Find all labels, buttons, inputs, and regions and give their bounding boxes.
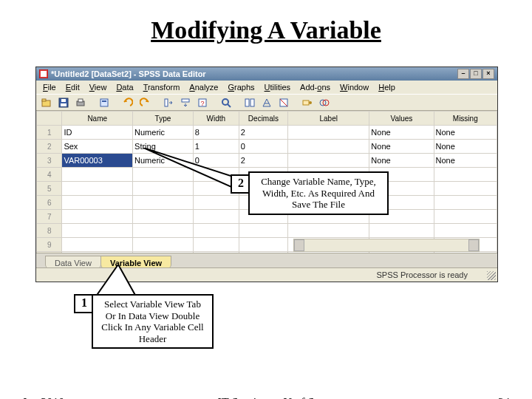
undo-icon[interactable] bbox=[120, 95, 135, 110]
row-head[interactable]: 9 bbox=[37, 238, 62, 252]
menu-window[interactable]: Window bbox=[336, 81, 375, 93]
col-header-type[interactable]: Type bbox=[133, 112, 194, 126]
cell-values[interactable]: None bbox=[369, 140, 434, 154]
svg-point-17 bbox=[222, 99, 228, 105]
cell-values[interactable]: None bbox=[369, 126, 434, 140]
callout-1-text: Select Variable View Tab Or In Data View… bbox=[92, 294, 214, 349]
menu-file[interactable]: File bbox=[39, 81, 62, 93]
table-row[interactable]: 1 ID Numeric 8 2 None None bbox=[37, 126, 497, 140]
select-cases-icon[interactable] bbox=[276, 95, 291, 110]
tabstrip: Data View Variable View bbox=[36, 253, 497, 268]
table-row[interactable]: 8 bbox=[37, 224, 497, 238]
dialog-recall-icon[interactable] bbox=[97, 95, 112, 110]
cell-name[interactable]: Sex bbox=[62, 140, 133, 154]
menu-transform[interactable]: Transform bbox=[140, 81, 186, 93]
use-sets-icon[interactable] bbox=[317, 95, 332, 110]
svg-rect-6 bbox=[61, 99, 66, 102]
cell-label[interactable] bbox=[288, 154, 369, 168]
cell-type[interactable]: String bbox=[133, 140, 194, 154]
svg-rect-9 bbox=[100, 99, 108, 106]
tab-data-view[interactable]: Data View bbox=[45, 256, 101, 268]
row-head[interactable]: 1 bbox=[37, 126, 62, 140]
svg-rect-8 bbox=[78, 99, 83, 102]
menu-addons[interactable]: Add-ons bbox=[296, 81, 336, 93]
col-header-decimals[interactable]: Decimals bbox=[239, 112, 287, 126]
footer-center: IT Services—U of S bbox=[0, 396, 532, 399]
row-head[interactable]: 7 bbox=[37, 210, 62, 224]
cell-type[interactable]: Numeric bbox=[133, 126, 194, 140]
menu-edit[interactable]: Edit bbox=[62, 81, 86, 93]
row-head[interactable]: 2 bbox=[37, 140, 62, 154]
cell-width[interactable]: 8 bbox=[193, 126, 239, 140]
variables-icon[interactable]: ? bbox=[195, 95, 210, 110]
col-header-label[interactable]: Label bbox=[288, 112, 369, 126]
weight-cases-icon[interactable] bbox=[259, 95, 274, 110]
svg-point-25 bbox=[309, 101, 312, 104]
corner-cell bbox=[37, 112, 62, 126]
cell-label[interactable] bbox=[288, 140, 369, 154]
toolbar: ? bbox=[36, 94, 497, 112]
print-icon[interactable] bbox=[73, 95, 88, 110]
table-row[interactable]: 3 VAR00003 Numeric 0 2 None None bbox=[37, 154, 497, 168]
cell-name-selected[interactable]: VAR00003 bbox=[62, 154, 133, 168]
svg-rect-14 bbox=[182, 99, 189, 102]
row-head[interactable]: 6 bbox=[37, 196, 62, 210]
resize-grip-icon[interactable] bbox=[487, 271, 496, 280]
cell-values[interactable]: None bbox=[369, 154, 434, 168]
svg-rect-24 bbox=[303, 100, 309, 105]
svg-rect-20 bbox=[250, 99, 254, 106]
callout-2-text: Change Variable Name, Type, Width, Etc. … bbox=[248, 171, 389, 215]
spss-icon bbox=[39, 69, 48, 78]
split-file-icon[interactable] bbox=[242, 95, 257, 110]
menu-utilities[interactable]: Utilities bbox=[261, 81, 296, 93]
cell-label[interactable] bbox=[288, 126, 369, 140]
goto-case-icon[interactable] bbox=[161, 95, 176, 110]
svg-rect-19 bbox=[245, 99, 249, 106]
cell-missing[interactable]: None bbox=[434, 154, 497, 168]
menu-data[interactable]: Data bbox=[112, 81, 139, 93]
svg-rect-10 bbox=[102, 100, 106, 102]
svg-rect-1 bbox=[41, 71, 47, 77]
menu-help[interactable]: Help bbox=[375, 81, 401, 93]
window-title: *Untitled2 [DataSet2] - SPSS Data Editor bbox=[51, 69, 206, 78]
cell-width[interactable]: 0 bbox=[193, 154, 239, 168]
col-header-missing[interactable]: Missing bbox=[434, 112, 497, 126]
tab-variable-view[interactable]: Variable View bbox=[100, 256, 171, 268]
col-header-width[interactable]: Width bbox=[193, 112, 239, 126]
cell-missing[interactable]: None bbox=[434, 126, 497, 140]
svg-line-18 bbox=[228, 104, 231, 107]
cell-decimals[interactable]: 2 bbox=[239, 154, 287, 168]
cell-missing[interactable]: None bbox=[434, 140, 497, 154]
row-head[interactable]: 5 bbox=[37, 182, 62, 196]
row-head[interactable]: 3 bbox=[37, 154, 62, 168]
row-head[interactable]: 8 bbox=[37, 224, 62, 238]
minimize-button[interactable]: – bbox=[457, 69, 469, 79]
save-icon[interactable] bbox=[56, 95, 71, 110]
cell-width[interactable]: 1 bbox=[193, 140, 239, 154]
horizontal-scrollbar[interactable] bbox=[293, 239, 480, 252]
svg-rect-5 bbox=[61, 103, 66, 106]
col-header-name[interactable]: Name bbox=[62, 112, 133, 126]
open-icon[interactable] bbox=[39, 95, 54, 110]
value-labels-icon[interactable] bbox=[300, 95, 315, 110]
find-icon[interactable] bbox=[219, 95, 233, 110]
slide-title: Modifying A Variable bbox=[0, 16, 532, 44]
redo-icon[interactable] bbox=[137, 95, 152, 110]
menu-graphs[interactable]: Graphs bbox=[224, 81, 260, 93]
cell-decimals[interactable]: 0 bbox=[239, 140, 287, 154]
cell-type[interactable]: Numeric bbox=[133, 154, 194, 168]
goto-variable-icon[interactable] bbox=[178, 95, 193, 110]
cell-decimals[interactable]: 2 bbox=[239, 126, 287, 140]
col-header-values[interactable]: Values bbox=[369, 112, 434, 126]
maximize-button[interactable]: □ bbox=[470, 69, 482, 79]
cell-name[interactable]: ID bbox=[62, 126, 133, 140]
row-head[interactable]: 4 bbox=[37, 168, 62, 182]
table-row[interactable]: 2 Sex String 1 0 None None bbox=[37, 140, 497, 154]
svg-rect-13 bbox=[165, 99, 168, 106]
titlebar: *Untitled2 [DataSet2] - SPSS Data Editor… bbox=[36, 67, 497, 81]
menu-view[interactable]: View bbox=[86, 81, 113, 93]
close-button[interactable]: × bbox=[482, 69, 494, 79]
status-text: SPSS Processor is ready bbox=[377, 270, 468, 279]
menu-analyze[interactable]: Analyze bbox=[185, 81, 224, 93]
statusbar: SPSS Processor is ready bbox=[36, 267, 497, 282]
